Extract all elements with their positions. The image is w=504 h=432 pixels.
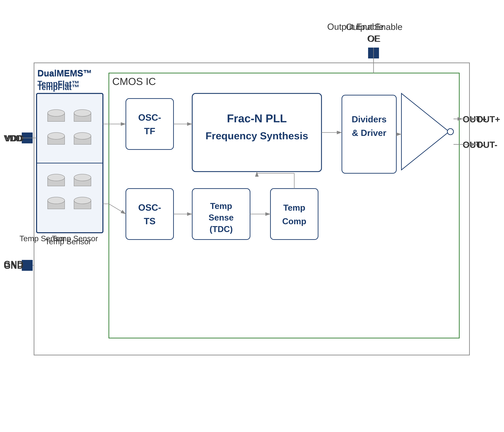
svg-text:Temp: Temp xyxy=(210,201,232,211)
svg-rect-14 xyxy=(48,136,65,144)
svg-point-9 xyxy=(48,110,65,116)
oe-label: OE xyxy=(366,34,383,44)
output-enable-label: Output Enable xyxy=(332,22,417,32)
svg-point-10 xyxy=(74,113,91,120)
svg-point-15 xyxy=(48,132,65,139)
svg-rect-23 xyxy=(74,178,91,186)
vdd-label: VDD xyxy=(4,133,22,143)
svg-rect-36 xyxy=(126,189,173,240)
svg-point-22 xyxy=(74,178,91,184)
svg-rect-57 xyxy=(22,260,33,271)
svg-rect-26 xyxy=(48,200,65,209)
svg-point-13 xyxy=(48,136,65,143)
svg-text:TS: TS xyxy=(144,216,155,226)
svg-rect-29 xyxy=(74,200,91,209)
svg-text:Dividers: Dividers xyxy=(351,114,387,124)
svg-text:Frac-N PLL: Frac-N PLL xyxy=(227,112,287,125)
svg-rect-46 xyxy=(192,94,322,172)
svg-rect-39 xyxy=(192,189,250,240)
svg-rect-8 xyxy=(48,113,65,121)
svg-point-18 xyxy=(74,132,91,139)
svg-point-19 xyxy=(48,178,65,184)
svg-point-7 xyxy=(48,113,65,120)
tempflat-label: TempFlat™ xyxy=(37,79,80,88)
svg-point-28 xyxy=(74,200,91,207)
svg-point-27 xyxy=(48,197,65,204)
svg-text:OSC-: OSC- xyxy=(138,202,161,213)
svg-point-21 xyxy=(48,174,65,181)
svg-point-25 xyxy=(48,200,65,207)
svg-text:Temp: Temp xyxy=(283,203,305,213)
svg-text:Sense: Sense xyxy=(208,213,234,222)
svg-point-53 xyxy=(447,129,453,135)
out-plus-label: OUT+ xyxy=(476,114,500,124)
svg-rect-61 xyxy=(368,48,379,59)
svg-line-74 xyxy=(109,204,126,214)
svg-marker-52 xyxy=(401,94,449,170)
temp-sensor-label: Temp Sensor xyxy=(45,237,91,246)
svg-rect-43 xyxy=(270,189,318,240)
svg-text:OSC-: OSC- xyxy=(138,112,161,122)
svg-rect-33 xyxy=(126,99,173,149)
out-minus-label: OUT- xyxy=(476,140,497,150)
svg-text:CMOS IC: CMOS IC xyxy=(112,76,156,87)
svg-text:& Driver: & Driver xyxy=(352,128,386,138)
dual-mems-label: DualMEMS™ xyxy=(37,68,92,78)
svg-rect-20 xyxy=(48,178,65,186)
svg-text:TF: TF xyxy=(144,126,155,136)
svg-point-12 xyxy=(74,110,91,116)
svg-text:(TDC): (TDC) xyxy=(210,225,233,234)
svg-rect-5 xyxy=(36,94,103,233)
svg-point-24 xyxy=(74,174,91,181)
svg-rect-11 xyxy=(74,113,91,121)
svg-rect-49 xyxy=(342,95,396,173)
svg-rect-17 xyxy=(74,136,91,144)
svg-rect-0 xyxy=(34,63,469,355)
svg-point-30 xyxy=(74,197,91,204)
gnd-label: GND xyxy=(4,261,24,271)
svg-text:Comp: Comp xyxy=(282,216,306,226)
svg-rect-1 xyxy=(109,73,459,338)
svg-point-16 xyxy=(74,136,91,143)
svg-rect-54 xyxy=(22,132,33,143)
svg-text:Frequency Synthesis: Frequency Synthesis xyxy=(206,130,308,141)
